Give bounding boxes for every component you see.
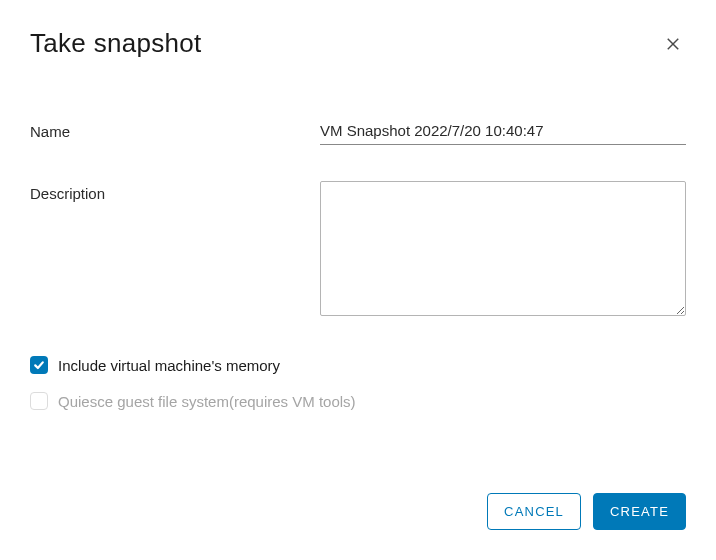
dialog-title: Take snapshot <box>30 28 202 59</box>
close-icon <box>664 41 682 56</box>
cancel-button[interactable]: CANCEL <box>487 493 581 530</box>
name-input[interactable] <box>320 119 686 145</box>
description-label: Description <box>30 181 320 202</box>
checkbox-unchecked-icon <box>30 392 48 410</box>
include-memory-label: Include virtual machine's memory <box>58 357 280 374</box>
description-row: Description <box>30 181 686 320</box>
take-snapshot-dialog: Take snapshot Name Description <box>0 0 716 560</box>
include-memory-checkbox[interactable]: Include virtual machine's memory <box>30 356 686 374</box>
close-button[interactable] <box>660 31 686 57</box>
quiesce-label: Quiesce guest file system(requires VM to… <box>58 393 356 410</box>
dialog-header: Take snapshot <box>30 28 686 59</box>
name-row: Name <box>30 119 686 145</box>
dialog-footer: CANCEL CREATE <box>487 493 686 530</box>
quiesce-checkbox: Quiesce guest file system(requires VM to… <box>30 392 686 410</box>
checkbox-checked-icon <box>30 356 48 374</box>
create-button[interactable]: CREATE <box>593 493 686 530</box>
name-label: Name <box>30 119 320 140</box>
options-section: Include virtual machine's memory Quiesce… <box>30 356 686 410</box>
description-input[interactable] <box>320 181 686 316</box>
